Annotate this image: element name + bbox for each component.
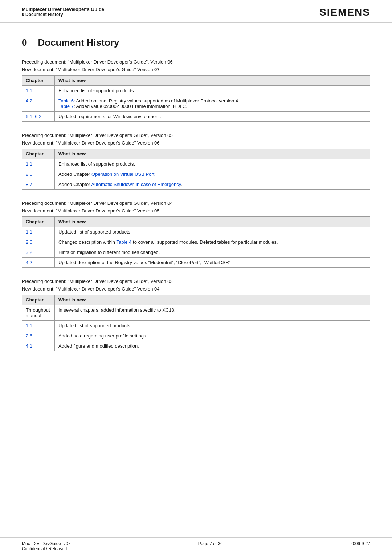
- section-v07: Preceding document: "Multiplexer Driver …: [22, 59, 370, 122]
- col-what-is-new: What is new: [55, 76, 370, 86]
- operation-virtual-usb-link[interactable]: Operation on Virtual USB Port: [91, 171, 154, 177]
- col-chapter: Chapter: [22, 76, 55, 86]
- new-doc-v04: New document: "Multiplexer Driver Develo…: [22, 286, 370, 292]
- chapter-cell: 4.2: [22, 258, 55, 268]
- what-is-new-cell: Enhanced list of supported products.: [55, 159, 370, 169]
- siemens-logo: SIEMENS: [319, 7, 370, 18]
- new-doc-v07: New document: "Multiplexer Driver Develo…: [22, 67, 370, 72]
- col-what-is-new: What is new: [55, 149, 370, 159]
- table-row: 1.1 Updated list of supported products.: [22, 321, 370, 331]
- table-row: 3.2 Hints on migration to different modu…: [22, 247, 370, 258]
- chapter-link[interactable]: 1.1: [26, 161, 32, 167]
- history-table-v06: Chapter What is new 1.1 Enhanced list of…: [22, 149, 370, 190]
- what-is-new-cell: Added note regarding user profile settin…: [55, 331, 370, 341]
- chapter-link[interactable]: 8.7: [26, 182, 32, 187]
- section-v05: Preceding document: "Multiplexer Driver …: [22, 200, 370, 268]
- footer-page: Page 7 of 36: [198, 541, 223, 546]
- table-row: 6.1, 6.2 Updated requirements for Window…: [22, 112, 370, 122]
- chapter-cell: 2.6: [22, 237, 55, 247]
- what-is-new-cell: Added Chapter Automatic Shutdown in case…: [55, 179, 370, 190]
- chapter-link[interactable]: 4.2: [26, 260, 32, 265]
- what-is-new-cell: Enhanced list of supported products.: [55, 86, 370, 96]
- section-v06: Preceding document: "Multiplexer Driver …: [22, 133, 370, 190]
- chapter-link[interactable]: 1.1: [26, 88, 32, 93]
- preceding-doc-v05: Preceding document: "Multiplexer Driver …: [22, 200, 370, 206]
- what-is-new-cell: In several chapters, added information s…: [55, 305, 370, 321]
- chapter-link[interactable]: 4.1: [26, 343, 32, 349]
- table-row: 1.1 Enhanced list of supported products.: [22, 159, 370, 169]
- footer-status: Confidential / Released: [22, 546, 70, 551]
- chapter-cell: 8.7: [22, 179, 55, 190]
- footer-center: Page 7 of 36: [198, 541, 223, 546]
- table4-link[interactable]: Table 4: [116, 239, 131, 245]
- table-row: 4.1 Added figure and modified descriptio…: [22, 341, 370, 351]
- table6-link[interactable]: Table 6: [58, 98, 74, 104]
- table-header-row: Chapter What is new: [22, 76, 370, 86]
- chapter-number: 0: [22, 37, 27, 48]
- header-subtitle: 0 Document History: [22, 12, 104, 17]
- table-row: 2.6 Added note regarding user profile se…: [22, 331, 370, 341]
- chapter-link[interactable]: 2.6: [26, 333, 32, 339]
- new-doc-v05: New document: "Multiplexer Driver Develo…: [22, 208, 370, 214]
- chapter-cell: 1.1: [22, 227, 55, 237]
- table7-link[interactable]: Table 7: [58, 104, 74, 109]
- col-chapter: Chapter: [22, 295, 55, 305]
- chapter-link[interactable]: 1.1: [26, 323, 32, 328]
- table-row: 8.7 Added Chapter Automatic Shutdown in …: [22, 179, 370, 190]
- what-is-new-cell: Updated list of supported products.: [55, 227, 370, 237]
- chapter-cell: 1.1: [22, 159, 55, 169]
- table-row: 1.1 Updated list of supported products.: [22, 227, 370, 237]
- footer-date: 2006-9-27: [350, 541, 370, 546]
- what-is-new-cell: Table 6: Added optional Registry values …: [55, 96, 370, 112]
- chapter-link[interactable]: 8.6: [26, 171, 32, 177]
- chapter-link[interactable]: 3.2: [26, 250, 32, 255]
- table-row: Throughoutmanual In several chapters, ad…: [22, 305, 370, 321]
- footer: Mux_Drv_DevGuide_v07 Confidential / Rele…: [0, 537, 392, 555]
- header-title: Multiplexer Driver Developer's Guide: [22, 7, 104, 12]
- table-header-row: Chapter What is new: [22, 217, 370, 227]
- what-is-new-cell: Changed description within Table 4 to co…: [55, 237, 370, 247]
- preceding-doc-v04: Preceding document: "Multiplexer Driver …: [22, 279, 370, 284]
- col-what-is-new: What is new: [55, 295, 370, 305]
- preceding-doc-v06: Preceding document: "Multiplexer Driver …: [22, 133, 370, 138]
- col-chapter: Chapter: [22, 149, 55, 159]
- history-table-v05: Chapter What is new 1.1 Updated list of …: [22, 216, 370, 268]
- chapter-heading: 0 Document History: [22, 37, 370, 48]
- what-is-new-cell: Updated requirements for Windows environ…: [55, 112, 370, 122]
- new-doc-v06: New document: "Multiplexer Driver Develo…: [22, 140, 370, 146]
- table-row: 1.1 Enhanced list of supported products.: [22, 86, 370, 96]
- table-header-row: Chapter What is new: [22, 149, 370, 159]
- what-is-new-cell: Added Chapter Operation on Virtual USB P…: [55, 169, 370, 179]
- chapter-link[interactable]: 6.1, 6.2: [26, 114, 41, 119]
- chapter-cell: 8.6: [22, 169, 55, 179]
- what-is-new-cell: Hints on migration to different modules …: [55, 247, 370, 258]
- table-row: 2.6 Changed description within Table 4 t…: [22, 237, 370, 247]
- chapter-cell: 4.2: [22, 96, 55, 112]
- header-left: Multiplexer Driver Developer's Guide 0 D…: [22, 7, 104, 17]
- page-wrapper: Multiplexer Driver Developer's Guide 0 D…: [0, 0, 392, 555]
- col-what-is-new: What is new: [55, 217, 370, 227]
- history-table-v04: Chapter What is new Throughoutmanual In …: [22, 295, 370, 351]
- history-table-v07: Chapter What is new 1.1 Enhanced list of…: [22, 75, 370, 122]
- chapter-title: Document History: [38, 37, 119, 48]
- chapter-cell: 6.1, 6.2: [22, 112, 55, 122]
- chapter-cell: 1.1: [22, 321, 55, 331]
- table-row: 8.6 Added Chapter Operation on Virtual U…: [22, 169, 370, 179]
- footer-right: 2006-9-27: [350, 541, 370, 546]
- chapter-cell: 2.6: [22, 331, 55, 341]
- what-is-new-cell: Updated description of the Registry valu…: [55, 258, 370, 268]
- chapter-link[interactable]: 4.2: [26, 98, 32, 104]
- table-header-row: Chapter What is new: [22, 295, 370, 305]
- col-chapter: Chapter: [22, 217, 55, 227]
- what-is-new-cell: Added figure and modified description.: [55, 341, 370, 351]
- chapter-link[interactable]: 1.1: [26, 229, 32, 235]
- main-content: 0 Document History Preceding document: "…: [0, 23, 392, 537]
- footer-doc-name: Mux_Drv_DevGuide_v07: [22, 541, 70, 546]
- automatic-shutdown-link[interactable]: Automatic Shutdown in case of Emergency: [91, 182, 181, 187]
- chapter-cell: 1.1: [22, 86, 55, 96]
- chapter-cell: 3.2: [22, 247, 55, 258]
- header: Multiplexer Driver Developer's Guide 0 D…: [0, 0, 392, 23]
- chapter-link[interactable]: 2.6: [26, 239, 32, 245]
- chapter-cell: 4.1: [22, 341, 55, 351]
- footer-left: Mux_Drv_DevGuide_v07 Confidential / Rele…: [22, 541, 70, 551]
